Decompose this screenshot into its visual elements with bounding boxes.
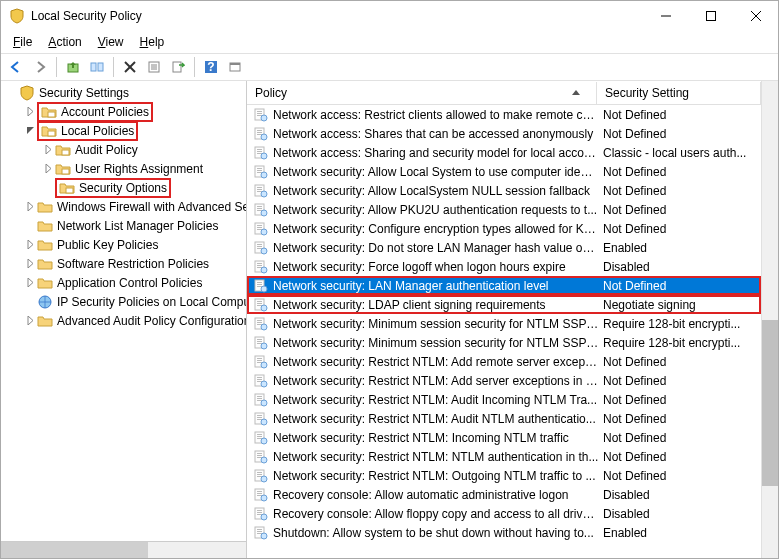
chevron-right-icon[interactable] — [41, 162, 55, 176]
chevron-right-icon[interactable] — [23, 314, 37, 328]
column-policy[interactable]: Policy — [247, 82, 597, 104]
tree-item[interactable]: Network List Manager Policies — [1, 216, 246, 235]
tree-item-label: Application Control Policies — [57, 276, 202, 290]
policy-name: Network security: Allow Local System to … — [273, 165, 599, 179]
policy-row[interactable]: Network security: Restrict NTLM: Outgoin… — [247, 466, 761, 485]
policy-row[interactable]: Network access: Restrict clients allowed… — [247, 105, 761, 124]
policy-row[interactable]: Network security: Force logoff when logo… — [247, 257, 761, 276]
policy-icon — [253, 107, 269, 123]
show-hide-button[interactable] — [86, 56, 108, 78]
toolbar-separator — [56, 57, 57, 77]
export-button[interactable] — [167, 56, 189, 78]
chevron-down-icon[interactable] — [23, 124, 37, 138]
tree-item[interactable]: Security Settings — [1, 83, 246, 102]
policy-row[interactable]: Network security: Allow Local System to … — [247, 162, 761, 181]
svg-point-133 — [261, 514, 267, 520]
policy-row[interactable]: Network security: LAN Manager authentica… — [247, 276, 761, 295]
policy-row[interactable]: Network security: Do not store LAN Manag… — [247, 238, 761, 257]
refresh-button[interactable] — [224, 56, 246, 78]
policy-row[interactable]: Network security: Allow PKU2U authentica… — [247, 200, 761, 219]
svg-rect-35 — [257, 149, 262, 150]
svg-point-93 — [261, 362, 267, 368]
tree-item[interactable]: Windows Firewall with Advanced Security — [1, 197, 246, 216]
policy-row[interactable]: Network security: Minimum session securi… — [247, 333, 761, 352]
policy-name: Network access: Shares that can be acces… — [273, 127, 599, 141]
menu-file[interactable]: File — [7, 33, 38, 51]
svg-rect-130 — [257, 510, 262, 511]
chevron-right-icon[interactable] — [41, 143, 55, 157]
policy-setting: Disabled — [599, 260, 761, 274]
policy-row[interactable]: Network access: Shares that can be acces… — [247, 124, 761, 143]
svg-rect-41 — [257, 170, 262, 171]
policy-row[interactable]: Recovery console: Allow floppy copy and … — [247, 504, 761, 523]
policy-row[interactable]: Network security: Restrict NTLM: Add rem… — [247, 352, 761, 371]
properties-button[interactable] — [143, 56, 165, 78]
back-button[interactable] — [5, 56, 27, 78]
column-policy-label: Policy — [255, 86, 287, 100]
tree-item[interactable]: Account Policies — [1, 102, 246, 121]
policy-name: Shutdown: Allow system to be shut down w… — [273, 526, 599, 540]
menu-view[interactable]: View — [92, 33, 130, 51]
h-scrollbar[interactable] — [1, 541, 246, 558]
policy-icon — [253, 164, 269, 180]
tree-item[interactable]: IP Security Policies on Local Computer — [1, 292, 246, 311]
chevron-right-icon[interactable] — [23, 200, 37, 214]
delete-button[interactable] — [119, 56, 141, 78]
chevron-right-icon[interactable] — [23, 238, 37, 252]
tree-item[interactable]: Public Key Policies — [1, 235, 246, 254]
policy-name: Network security: Restrict NTLM: NTLM au… — [273, 450, 599, 464]
policy-row[interactable]: Network security: Restrict NTLM: Audit I… — [247, 390, 761, 409]
chevron-right-icon[interactable] — [23, 105, 37, 119]
policy-row[interactable]: Network security: Minimum session securi… — [247, 314, 761, 333]
svg-rect-110 — [257, 434, 262, 435]
svg-rect-91 — [257, 360, 262, 361]
tree-item[interactable]: Security Options — [1, 178, 246, 197]
policy-row[interactable]: Network access: Sharing and security mod… — [247, 143, 761, 162]
svg-rect-76 — [257, 303, 262, 304]
column-setting[interactable]: Security Setting — [597, 82, 761, 104]
svg-rect-131 — [257, 512, 262, 513]
menu-action[interactable]: Action — [42, 33, 87, 51]
tree-item[interactable]: Software Restriction Policies — [1, 254, 246, 273]
forward-button[interactable] — [29, 56, 51, 78]
svg-rect-22 — [66, 188, 73, 193]
toolbar: ? — [1, 53, 778, 81]
help-button[interactable]: ? — [200, 56, 222, 78]
policy-row[interactable]: Recovery console: Allow automatic admini… — [247, 485, 761, 504]
tree-item[interactable]: Audit Policy — [1, 140, 246, 159]
tree-item[interactable]: Application Control Policies — [1, 273, 246, 292]
v-scrollbar[interactable] — [761, 81, 778, 558]
chevron-right-icon[interactable] — [23, 276, 37, 290]
close-button[interactable] — [733, 1, 778, 31]
maximize-button[interactable] — [688, 1, 733, 31]
policy-row[interactable]: Network security: Configure encryption t… — [247, 219, 761, 238]
menu-help[interactable]: Help — [134, 33, 171, 51]
svg-rect-40 — [257, 168, 262, 169]
policy-setting: Enabled — [599, 241, 761, 255]
policy-row[interactable]: Network security: Restrict NTLM: Incomin… — [247, 428, 761, 447]
policy-row[interactable]: Network security: Restrict NTLM: Add ser… — [247, 371, 761, 390]
policy-row[interactable]: Network security: Restrict NTLM: NTLM au… — [247, 447, 761, 466]
tree-item[interactable]: Advanced Audit Policy Configuration — [1, 311, 246, 330]
tree-item-label: Audit Policy — [75, 143, 138, 157]
svg-rect-65 — [257, 263, 262, 264]
svg-rect-101 — [257, 398, 262, 399]
tree[interactable]: Security SettingsAccount PoliciesLocal P… — [1, 81, 246, 541]
minimize-button[interactable] — [643, 1, 688, 31]
list-body[interactable]: Network access: Restrict clients allowed… — [247, 105, 761, 558]
svg-rect-135 — [257, 529, 262, 530]
policy-row[interactable]: Network security: Restrict NTLM: Audit N… — [247, 409, 761, 428]
policy-setting: Not Defined — [599, 450, 761, 464]
chevron-right-icon[interactable] — [23, 257, 37, 271]
policy-row[interactable]: Network security: Allow LocalSystem NULL… — [247, 181, 761, 200]
policy-row[interactable]: Network security: LDAP client signing re… — [247, 295, 761, 314]
list-pane: Policy Security Setting Network access: … — [247, 81, 778, 558]
tree-item[interactable]: User Rights Assignment — [1, 159, 246, 178]
svg-point-63 — [261, 248, 267, 254]
svg-rect-21 — [62, 169, 69, 174]
svg-rect-45 — [257, 187, 262, 188]
up-button[interactable] — [62, 56, 84, 78]
svg-rect-25 — [257, 111, 262, 112]
policy-row[interactable]: Shutdown: Allow system to be shut down w… — [247, 523, 761, 542]
tree-item[interactable]: Local Policies — [1, 121, 246, 140]
